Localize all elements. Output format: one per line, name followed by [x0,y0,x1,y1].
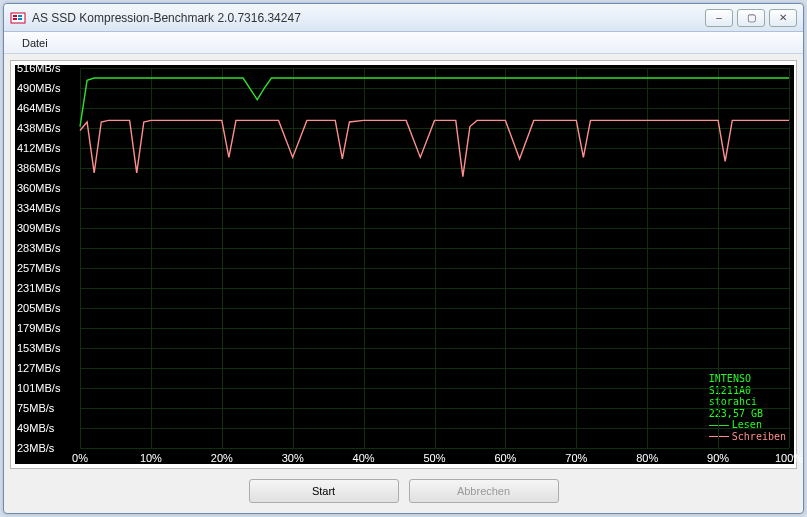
menu-datei[interactable]: Datei [14,35,56,51]
app-window: AS SSD Kompression-Benchmark 2.0.7316.34… [3,3,804,514]
window-controls: – ▢ ✕ [705,9,797,27]
chart-lines [15,65,794,464]
minimize-button[interactable]: – [705,9,733,27]
svg-rect-2 [18,15,22,17]
button-row: Start Abbrechen [10,479,797,503]
app-icon [10,10,26,26]
menubar: Datei [4,32,803,54]
chart: INTENSO S1211A0 storahci 223,57 GB Lesen… [15,65,794,464]
svg-rect-3 [13,18,17,20]
chart-frame: INTENSO S1211A0 storahci 223,57 GB Lesen… [10,60,797,469]
svg-rect-4 [18,18,22,20]
titlebar[interactable]: AS SSD Kompression-Benchmark 2.0.7316.34… [4,4,803,32]
series-lesen [80,78,789,127]
series-schreiben [80,120,789,176]
window-title: AS SSD Kompression-Benchmark 2.0.7316.34… [32,11,705,25]
start-button[interactable]: Start [249,479,399,503]
client-area: INTENSO S1211A0 storahci 223,57 GB Lesen… [4,54,803,509]
maximize-button[interactable]: ▢ [737,9,765,27]
cancel-button[interactable]: Abbrechen [409,479,559,503]
svg-rect-1 [13,15,17,17]
close-button[interactable]: ✕ [769,9,797,27]
